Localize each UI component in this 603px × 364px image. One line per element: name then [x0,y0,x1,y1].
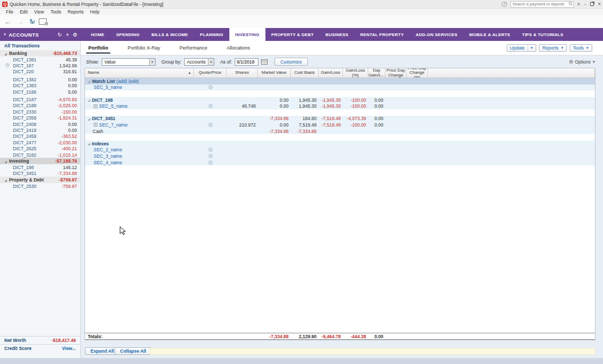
collapse-ribbon-icon[interactable]: ∧ [577,2,580,7]
accounts-settings-icon[interactable]: ⚙ [73,32,78,38]
nav-tab-tips-tutorials[interactable]: TIPS & TUTORIALS [516,28,570,41]
update-button[interactable]: Update▼ [507,44,536,52]
group-collapse-icon[interactable]: ◢ [88,142,90,145]
calendar-icon[interactable] [261,59,268,65]
nav-tab-planning[interactable]: PLANNING [194,28,229,41]
column-header-gain-loss[interactable]: Gain/Loss [319,68,343,78]
tab-portfolio[interactable]: Portfolio [86,41,110,55]
tools-button[interactable]: Tools▼ [570,44,592,52]
sidebar-account-dict-1383[interactable]: DICT_13830.00 [0,83,80,89]
show-select[interactable]: Value ▼ [102,58,156,66]
sidebar-account-dict-2408[interactable]: DICT_24080.00 [0,121,80,127]
collapse-all-button[interactable]: Collapse All [115,347,151,355]
tab-allocations[interactable]: Allocations [225,41,253,55]
nav-tab-add-on-services[interactable]: ADD-ON SERVICES [410,28,464,41]
nav-tab-business[interactable]: BUSINESS [320,28,355,41]
options-button[interactable]: ⚙ Options ▼ [569,59,595,65]
sidebar-account-dict-2419[interactable]: DICT_24190.00 [0,127,80,133]
security-name-link[interactable]: SEC_4_name [94,160,122,165]
column-header-price-day-change[interactable]: Price Day Change (%) [406,68,428,78]
sidebar-account-dict-2359[interactable]: DICT_2359-1,824.31 [0,115,80,121]
update-dropdown-icon[interactable]: ▾ [32,20,33,24]
sidebar-group-banking[interactable]: ◢Banking-$10,468.73 [0,50,80,57]
menu-item-help[interactable]: Help [87,9,102,15]
restore-icon[interactable] [590,2,594,6]
menu-item-file[interactable]: File [3,9,16,15]
global-search[interactable] [510,1,574,8]
column-header-shares[interactable]: Shares [227,68,258,78]
credit-score-row[interactable]: Credit Score View... [0,344,80,352]
portfolio-row-sec-4-name[interactable]: SEC_4_name [85,159,595,166]
sidebar-account-dict-3451[interactable]: DICT_3451-7,334.88 [0,171,80,177]
nav-tab-property-debt[interactable]: PROPERTY & DEBT [265,28,320,41]
update-settings-icon[interactable]: ⚙ [39,18,47,25]
sidebar-account-dict-220[interactable]: DICT_220316.91 [0,69,80,75]
sidebar-account-dict-2459[interactable]: DICT_2459-363.52 [0,134,80,139]
sidebar-account-dict-2625[interactable]: DICT_2625-400.21 [0,145,80,151]
asof-date-input[interactable] [235,58,258,66]
sidebar-account-dict-167[interactable]: DICT_1671,542.66 [0,62,80,68]
menu-item-edit[interactable]: Edit [17,9,31,15]
security-name-link[interactable]: SEC_5_name [99,103,128,109]
security-name-link[interactable]: SEC_3_name [94,153,122,159]
column-header-day-gain-l[interactable]: Day Gain/L... [368,68,385,78]
accounts-refresh-icon[interactable]: ↻ [58,32,62,38]
add-account-icon[interactable]: + [66,32,69,38]
reports-button[interactable]: Reports▼ [539,44,567,52]
portfolio-row-cash[interactable]: Cash-7,334.88-7,334.88 [85,128,595,135]
close-icon[interactable]: × [598,2,601,7]
sidebar-group-property-debt[interactable]: ◢Property & Debt-$759.97 [0,177,80,183]
accounts-collapse-icon[interactable]: ▼ [3,33,6,36]
sidebar-account-dict-2477[interactable]: DICT_2477-2,030.00 [0,139,80,145]
expand-plus-icon[interactable]: + [94,123,97,127]
column-header-gain-loss[interactable]: Gain/Loss (%) [343,68,368,78]
security-name-link[interactable]: SEC_7_name [99,122,128,128]
menu-item-reports[interactable]: Reports [65,9,86,15]
group-collapse-icon[interactable]: ◢ [88,98,90,102]
expand-plus-icon[interactable]: + [94,104,97,108]
customize-button[interactable]: Customize [275,58,308,66]
sidebar-group-investing[interactable]: ◢Investing-$7,188.76 [0,158,80,164]
tab-performance[interactable]: Performance [178,41,210,55]
portfolio-row-sec-5-name[interactable]: SEC_5_name [85,85,595,91]
portfolio-row-dict-3451[interactable]: ◢DICT_3451-7,334.88184.60-7,519.48-4,073… [85,116,595,122]
sidebar-account-dict-1381[interactable]: DICT_138145.38 [0,57,80,62]
portfolio-row-sec-3-name[interactable]: SEC_3_name [85,153,595,159]
nav-tab-rental-property[interactable]: RENTAL PROPERTY [354,28,410,41]
portfolio-row-watch-list[interactable]: ◢Watch List(add) (edit) [85,78,595,85]
portfolio-row-sec-2-name[interactable]: SEC_2_name [85,147,595,153]
group-collapse-icon[interactable]: ◢ [88,79,90,83]
forward-icon[interactable]: → [17,18,24,26]
nav-tab-investing[interactable]: INVESTING [229,28,265,41]
portfolio-row-indexes[interactable]: ◢Indexes [85,141,595,147]
net-worth-row[interactable]: Net Worth -$18,417.46 [0,336,80,344]
sidebar-account-dict-3182[interactable]: DICT_3182-1,015.14 [0,152,80,158]
nav-tab-bills-income[interactable]: BILLS & INCOME [145,28,194,41]
sidebar-account-dict-2186[interactable]: DICT_21865.00 [0,89,80,95]
sidebar-account-dict-2330[interactable]: DICT_2330-150.00 [0,109,80,115]
sidebar-account-dict-2187[interactable]: DICT_2187-4,570.50 [0,96,80,102]
nav-tab-spending[interactable]: SPENDING [110,28,145,41]
help-icon[interactable]: ? [502,2,507,7]
portfolio-row-dict-198[interactable]: ◢DICT_1980.001,945.30-1,945.30-100.000.0… [85,97,595,103]
column-header-price-day-change[interactable]: Price Day Change [385,68,406,78]
column-header-cost-basis[interactable]: Cost Basis [291,68,319,78]
portfolio-row-sec-5-name[interactable]: +SEC_5_name48.7480.001,945.30-1,945.30-1… [85,103,595,109]
nav-tab-home[interactable]: HOME [85,28,110,41]
group-links[interactable]: (add) (edit) [116,79,139,84]
sidebar-all-transactions[interactable]: All Transactions [0,41,80,50]
menu-item-tools[interactable]: Tools [48,9,64,15]
portfolio-row-sec-7-name[interactable]: +SEC_7_name210.9720.007,519.48-7,519.48-… [85,122,595,128]
menu-item-view[interactable]: View [31,9,46,15]
sidebar-account-dict-198[interactable]: DICT_198146.12 [0,164,80,170]
column-header-name[interactable]: Name▲ [85,68,194,78]
security-name-link[interactable]: SEC_2_name [94,147,122,152]
group-collapse-icon[interactable]: ◢ [88,117,90,121]
search-input[interactable] [510,1,574,8]
column-header-quote-price[interactable]: Quote/Price [194,68,227,78]
tab-portfolio-x-ray[interactable]: Portfolio X-Ray [125,41,163,55]
nav-tab-mobile-alerts[interactable]: MOBILE & ALERTS [464,28,516,41]
minimize-icon[interactable]: – [584,2,586,7]
groupby-select[interactable]: Accounts ▼ [184,58,214,66]
column-header-market-value[interactable]: Market Value [258,68,291,78]
